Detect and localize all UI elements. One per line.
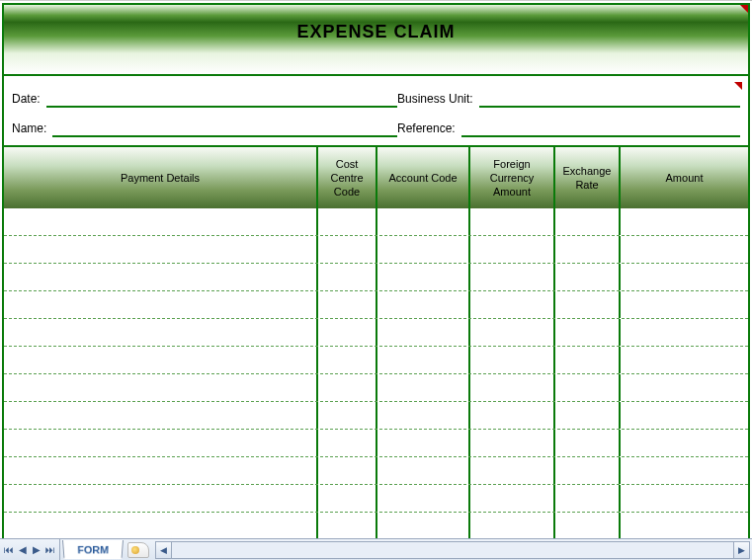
table-row[interactable] <box>4 291 748 319</box>
table-cell[interactable] <box>4 430 318 456</box>
table-cell[interactable] <box>621 485 748 512</box>
table-cell[interactable] <box>377 319 470 346</box>
prev-sheet-icon[interactable]: ◀ <box>16 541 30 559</box>
table-cell[interactable] <box>470 347 555 373</box>
table-cell[interactable] <box>377 264 470 290</box>
last-sheet-icon[interactable]: ⏭ <box>43 541 57 559</box>
table-cell[interactable] <box>4 374 318 401</box>
table-cell[interactable] <box>4 236 318 263</box>
table-cell[interactable] <box>621 347 748 373</box>
table-row[interactable] <box>4 402 748 430</box>
table-cell[interactable] <box>470 513 555 538</box>
table-cell[interactable] <box>470 291 555 318</box>
date-input[interactable] <box>46 86 397 108</box>
table-cell[interactable] <box>318 319 377 346</box>
table-cell[interactable] <box>470 374 555 401</box>
table-cell[interactable] <box>4 208 318 235</box>
table-cell[interactable] <box>621 208 748 235</box>
table-cell[interactable] <box>621 374 748 401</box>
comment-indicator-icon[interactable] <box>734 82 742 90</box>
table-cell[interactable] <box>470 402 555 429</box>
table-cell[interactable] <box>377 402 470 429</box>
table-cell[interactable] <box>377 513 470 538</box>
table-cell[interactable] <box>555 485 621 512</box>
name-input[interactable] <box>52 116 397 137</box>
table-cell[interactable] <box>555 319 621 346</box>
table-cell[interactable] <box>621 430 748 456</box>
table-cell[interactable] <box>4 402 318 429</box>
table-cell[interactable] <box>318 236 377 263</box>
table-cell[interactable] <box>555 347 621 373</box>
table-cell[interactable] <box>621 319 748 346</box>
table-cell[interactable] <box>4 513 318 538</box>
table-cell[interactable] <box>470 457 555 484</box>
table-row[interactable] <box>4 319 748 347</box>
table-cell[interactable] <box>4 264 318 290</box>
table-cell[interactable] <box>377 347 470 373</box>
table-row[interactable] <box>4 347 748 374</box>
next-sheet-icon[interactable]: ▶ <box>30 541 43 559</box>
horizontal-scrollbar[interactable]: ◀ ▶ <box>155 541 750 559</box>
table-cell[interactable] <box>4 291 318 318</box>
table-row[interactable] <box>4 374 748 402</box>
reference-input[interactable] <box>461 116 740 137</box>
table-row[interactable] <box>4 485 748 513</box>
table-cell[interactable] <box>377 236 470 263</box>
table-cell[interactable] <box>318 374 377 401</box>
table-row[interactable] <box>4 208 748 236</box>
table-cell[interactable] <box>377 291 470 318</box>
table-cell[interactable] <box>470 236 555 263</box>
table-cell[interactable] <box>318 457 377 484</box>
first-sheet-icon[interactable]: ⏮ <box>2 541 16 559</box>
table-cell[interactable] <box>318 485 377 512</box>
scroll-left-icon[interactable]: ◀ <box>156 542 172 558</box>
table-cell[interactable] <box>4 485 318 512</box>
table-cell[interactable] <box>621 291 748 318</box>
table-cell[interactable] <box>318 291 377 318</box>
table-cell[interactable] <box>470 208 555 235</box>
sheet-tab-form[interactable]: FORM <box>62 540 124 559</box>
table-cell[interactable] <box>318 208 377 235</box>
table-cell[interactable] <box>555 457 621 484</box>
comment-indicator-icon[interactable] <box>740 5 748 13</box>
table-cell[interactable] <box>621 402 748 429</box>
table-cell[interactable] <box>555 291 621 318</box>
table-cell[interactable] <box>377 485 470 512</box>
table-cell[interactable] <box>621 513 748 538</box>
table-cell[interactable] <box>318 513 377 538</box>
table-cell[interactable] <box>4 347 318 373</box>
table-cell[interactable] <box>377 374 470 401</box>
table-cell[interactable] <box>555 236 621 263</box>
table-cell[interactable] <box>555 402 621 429</box>
scroll-right-icon[interactable]: ▶ <box>733 542 749 558</box>
table-cell[interactable] <box>470 264 555 290</box>
business-unit-input[interactable] <box>479 86 740 108</box>
table-cell[interactable] <box>377 208 470 235</box>
table-cell[interactable] <box>621 457 748 484</box>
date-label: Date: <box>12 92 46 108</box>
table-cell[interactable] <box>377 457 470 484</box>
new-sheet-icon[interactable] <box>127 542 149 558</box>
table-cell[interactable] <box>318 347 377 373</box>
table-row[interactable] <box>4 264 748 291</box>
table-row[interactable] <box>4 236 748 264</box>
table-cell[interactable] <box>555 264 621 290</box>
table-cell[interactable] <box>470 430 555 456</box>
table-cell[interactable] <box>555 430 621 456</box>
table-cell[interactable] <box>555 208 621 235</box>
table-cell[interactable] <box>318 430 377 456</box>
table-cell[interactable] <box>318 402 377 429</box>
table-cell[interactable] <box>470 485 555 512</box>
table-cell[interactable] <box>555 374 621 401</box>
table-cell[interactable] <box>555 513 621 538</box>
table-cell[interactable] <box>318 264 377 290</box>
table-cell[interactable] <box>621 236 748 263</box>
table-cell[interactable] <box>377 430 470 456</box>
table-row[interactable] <box>4 513 748 538</box>
table-cell[interactable] <box>4 457 318 484</box>
table-cell[interactable] <box>621 264 748 290</box>
table-cell[interactable] <box>470 319 555 346</box>
table-row[interactable] <box>4 430 748 457</box>
table-row[interactable] <box>4 457 748 485</box>
table-cell[interactable] <box>4 319 318 346</box>
